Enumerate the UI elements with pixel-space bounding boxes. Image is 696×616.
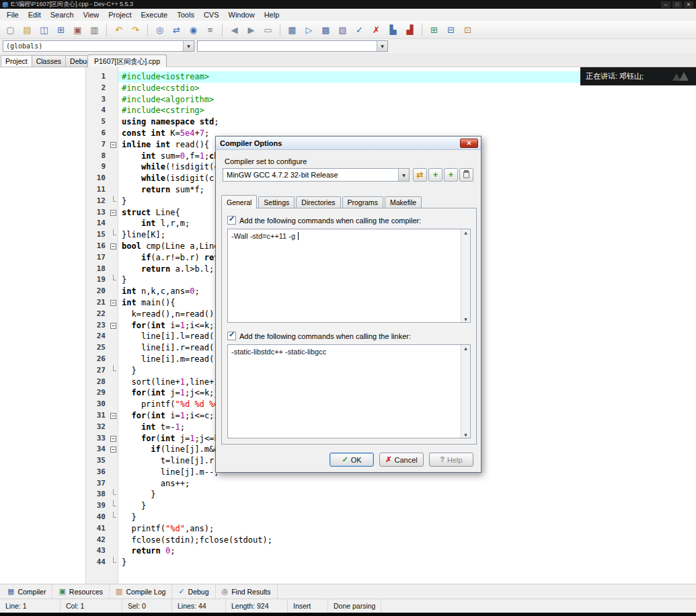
panel-tab-compile-log[interactable]: ▥Compile Log (110, 584, 172, 599)
fold-toggle-icon[interactable]: − (110, 447, 116, 453)
rebuild-all-button[interactable]: ▨ (334, 22, 351, 38)
toggle-bookmarks-button[interactable]: ⊟ (442, 22, 459, 38)
linker-commands-input[interactable]: -static-libstdc++ -static-libgcc ▲ ▼ (227, 344, 471, 438)
redo-button[interactable]: ↷ (127, 22, 144, 38)
help-button[interactable]: ?Help (429, 453, 473, 467)
save-button[interactable]: ◫ (36, 22, 52, 38)
menu-search[interactable]: Search (46, 9, 79, 20)
code-line[interactable]: 5using namespace std; (86, 116, 696, 128)
back-button[interactable]: ◀ (226, 22, 243, 38)
fold-gutter (109, 71, 118, 83)
compile-and-run-button[interactable]: ▩ (317, 22, 334, 38)
code-line[interactable]: 3#include<algorithm> (86, 94, 696, 106)
code-line[interactable]: 39 } (86, 500, 696, 512)
code-line[interactable]: 41 printf("%d",ans); (86, 523, 696, 535)
syntax-check-button[interactable]: ✓ (351, 22, 368, 38)
menu-view[interactable]: View (79, 9, 104, 20)
fold-toggle-icon[interactable]: − (110, 300, 116, 306)
fold-toggle-icon[interactable]: − (110, 210, 116, 216)
scrollbar[interactable]: ▲ ▼ (461, 229, 470, 322)
menu-file[interactable]: File (2, 9, 24, 20)
editor-tab[interactable]: P1607[区间贪心].cpp (87, 54, 167, 67)
open-file-button[interactable]: ▤ (19, 22, 36, 38)
goto-line-button[interactable]: ≡ (202, 22, 219, 38)
run-button[interactable]: ▷ (301, 22, 317, 38)
fold-gutter (109, 94, 118, 106)
cancel-button[interactable]: ✗Cancel (379, 453, 424, 467)
panel-tab-compiler[interactable]: ▦Compiler (1, 584, 52, 599)
find-button[interactable]: ◎ (151, 22, 168, 38)
forward-button[interactable]: ▶ (243, 22, 260, 38)
chevron-down-icon[interactable]: ▼ (377, 41, 387, 51)
code-line[interactable]: 44} (86, 557, 696, 568)
profiling-log-button[interactable]: ▟ (401, 22, 418, 38)
scroll-up-icon[interactable]: ▲ (464, 346, 467, 350)
chevron-down-icon[interactable]: ▼ (398, 169, 409, 181)
code-line[interactable]: 42 fclose(stdin);fclose(stdout); (86, 535, 696, 546)
panel-tab-debug[interactable]: ✓Debug (172, 584, 215, 599)
find-results-label: Find Results (231, 588, 270, 596)
abort-compilation-button[interactable]: ✗ (368, 22, 385, 38)
ok-button[interactable]: ✓OK (330, 453, 374, 467)
minimize-button[interactable]: – (661, 1, 670, 8)
status-message: Done parsing (328, 599, 381, 613)
close-button[interactable]: ✕ (684, 1, 693, 8)
scrollbar[interactable]: ▲ ▼ (461, 345, 470, 438)
tab-general[interactable]: General (221, 195, 257, 208)
save-all-button[interactable]: ⊞ (52, 22, 69, 38)
code-line[interactable]: 37 ans++; (86, 478, 696, 490)
print-button[interactable]: ▥ (86, 22, 103, 38)
panel-tab-find-results[interactable]: ◎Find Results (216, 584, 278, 599)
compiler-commands-input[interactable]: -Wall -std=c++11 -g ▲ ▼ (227, 229, 471, 323)
chevron-down-icon[interactable]: ▼ (183, 41, 194, 51)
title-bar[interactable]: E:\编程\P1607[区间贪心].cpp - Dev-C++ 5.5.3 – … (0, 0, 696, 9)
members-combobox[interactable]: ▼ (197, 40, 388, 52)
maximize-button[interactable]: □ (672, 1, 682, 8)
insert-snippet-button[interactable]: ⊞ (426, 22, 442, 38)
scroll-up-icon[interactable]: ▲ (464, 230, 467, 235)
panel-tab-classes[interactable]: Classes (32, 55, 66, 67)
window-controls: – □ ✕ (661, 1, 693, 8)
tab-strip: ProjectClassesDebug P1607[区间贪心].cpp (0, 53, 696, 67)
add-compiler-set-by-folder-button[interactable]: + (444, 168, 458, 182)
linker-commands-checkbox[interactable]: ✓ (227, 332, 236, 340)
menu-edit[interactable]: Edit (24, 9, 46, 20)
dialog-close-button[interactable]: ✕ (460, 139, 478, 148)
compiler-commands-checkbox[interactable]: ✓ (227, 216, 236, 225)
compile-button[interactable]: ▦ (284, 22, 301, 38)
code-line[interactable]: 43 return 0; (86, 545, 696, 557)
goto-declaration-button[interactable]: ▭ (260, 22, 276, 38)
remove-compiler-set-button[interactable] (459, 168, 473, 182)
menu-project[interactable]: Project (104, 9, 136, 20)
undo-button[interactable]: ↶ (110, 22, 127, 38)
replace-button[interactable]: ⇄ (168, 22, 185, 38)
menu-window[interactable]: Window (224, 9, 260, 20)
fold-toggle-icon[interactable]: − (110, 243, 116, 249)
fold-end-mark (113, 229, 116, 235)
menu-execute[interactable]: Execute (136, 9, 172, 20)
profile-button[interactable]: ▙ (385, 22, 401, 38)
panel-tab-project[interactable]: Project (1, 55, 32, 67)
scroll-down-icon[interactable]: ▼ (464, 317, 467, 321)
code-line[interactable]: 40 } (86, 512, 696, 523)
menu-tools[interactable]: Tools (172, 9, 199, 20)
menu-cvs[interactable]: CVS (199, 9, 224, 20)
fold-toggle-icon[interactable]: − (110, 413, 116, 419)
dialog-title-bar[interactable]: Compiler Options (216, 137, 481, 150)
browse-compiler-sets-button[interactable]: ⇄ (413, 168, 427, 182)
code-line[interactable]: 38 } (86, 489, 696, 500)
fold-toggle-icon[interactable]: − (110, 436, 116, 442)
globals-combobox[interactable]: (globals) ▼ (3, 40, 194, 52)
compiler-set-combobox[interactable]: MinGW GCC 4.7.2 32-bit Release ▼ (223, 168, 410, 182)
new-source-button[interactable]: ▢ (2, 22, 19, 38)
fold-toggle-icon[interactable]: − (110, 142, 116, 148)
panel-tab-resources[interactable]: ▣Resources (52, 584, 110, 599)
goto-bookmarks-button[interactable]: ⊡ (459, 22, 476, 38)
find-in-files-button[interactable]: ◉ (185, 22, 202, 38)
close-file-button[interactable]: ▣ (69, 22, 86, 38)
add-compiler-set-button[interactable]: + (428, 168, 442, 182)
menu-help[interactable]: Help (260, 9, 284, 20)
scroll-down-icon[interactable]: ▼ (464, 432, 467, 437)
fold-toggle-icon[interactable]: − (110, 323, 116, 329)
code-line[interactable]: 4#include<cstring> (86, 105, 696, 116)
